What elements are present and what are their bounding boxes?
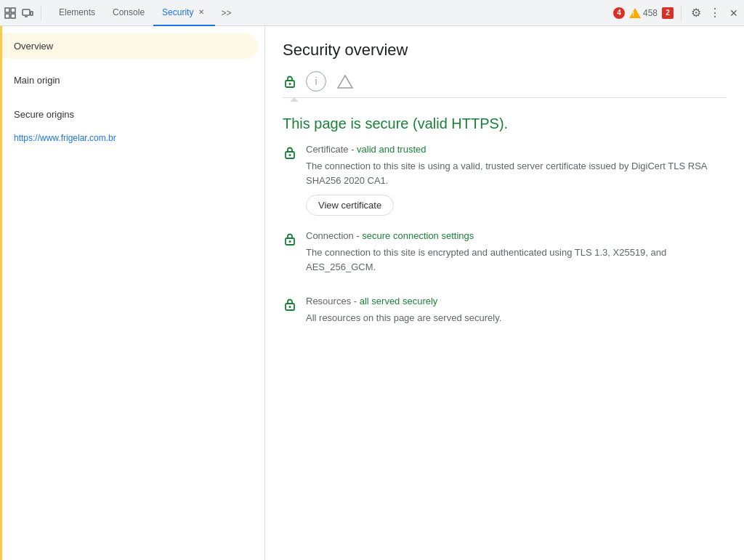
svg-point-14: [289, 306, 291, 308]
security-item-connection: Connection - secure connection settings …: [283, 230, 727, 281]
svg-point-10: [289, 154, 291, 156]
tab-console[interactable]: Console: [104, 0, 153, 26]
svg-rect-5: [31, 12, 33, 15]
responsive-icon[interactable]: [20, 6, 35, 20]
more-options-icon[interactable]: ⋮: [708, 6, 722, 20]
close-devtools-icon[interactable]: ✕: [727, 6, 741, 20]
secure-heading: This page is secure (valid HTTPS).: [283, 115, 727, 132]
error-badge[interactable]: 4: [613, 7, 625, 19]
info-filter-icon[interactable]: i: [306, 71, 326, 92]
sidebar-gap-1: [2, 60, 264, 66]
certificate-lock-icon: [283, 145, 297, 160]
filter-icon-row: i: [283, 71, 727, 98]
error-count-badge: 4: [613, 7, 625, 19]
warning-filter-icon[interactable]: [335, 71, 355, 92]
warning-count: 458: [643, 8, 658, 18]
more-tabs-button[interactable]: >>: [215, 4, 237, 23]
devtools-left-icons: [3, 6, 44, 20]
svg-point-12: [289, 240, 291, 243]
tab-elements[interactable]: Elements: [50, 0, 104, 26]
sidebar-item-secure-origins[interactable]: Secure origins: [2, 102, 259, 127]
svg-point-8: [289, 83, 291, 85]
resources-lock-icon: [283, 297, 297, 312]
security-item-certificate: Certificate - valid and trusted The conn…: [283, 144, 727, 216]
tab-divider: [41, 6, 41, 20]
connection-description: The connection to this site is encrypted…: [306, 245, 727, 274]
info-count-badge: 2: [662, 7, 674, 19]
resources-title: Resources - all served securely: [306, 296, 727, 307]
svg-rect-2: [11, 8, 15, 12]
resources-body: Resources - all served securely All reso…: [306, 296, 727, 333]
certificate-title: Certificate - valid and trusted: [306, 144, 727, 155]
connection-body: Connection - secure connection settings …: [306, 230, 727, 281]
lock-filter-icon[interactable]: [283, 73, 297, 91]
settings-icon[interactable]: ⚙: [689, 6, 703, 20]
sidebar-item-frigelar[interactable]: https://www.frigelar.com.br: [2, 129, 259, 147]
content-area: Security overview i Thi: [265, 26, 744, 560]
tab-security-close[interactable]: ✕: [196, 7, 206, 17]
certificate-body: Certificate - valid and trusted The conn…: [306, 144, 727, 216]
main-panel: Overview Main origin Secure origins http…: [0, 26, 744, 560]
sidebar-gap-2: [2, 94, 264, 100]
resources-description: All resources on this page are served se…: [306, 311, 727, 325]
warning-badge[interactable]: 458: [629, 8, 658, 18]
info-badge[interactable]: 2: [662, 7, 674, 19]
right-divider: [681, 6, 682, 20]
devtools-tabbar: Elements Console Security ✕ >> 4 458 2 ⚙…: [0, 0, 744, 26]
tab-security[interactable]: Security ✕: [153, 0, 215, 26]
devtools-right-icons: 4 458 2 ⚙ ⋮ ✕: [613, 6, 741, 20]
svg-rect-3: [11, 14, 15, 18]
svg-rect-1: [5, 14, 9, 18]
certificate-description: The connection to this site is using a v…: [306, 159, 727, 187]
sidebar-item-overview[interactable]: Overview: [2, 33, 259, 59]
sidebar: Overview Main origin Secure origins http…: [0, 26, 265, 560]
connection-title: Connection - secure connection settings: [306, 230, 727, 241]
page-title: Security overview: [283, 41, 727, 60]
sidebar-item-main-origin[interactable]: Main origin: [2, 68, 259, 93]
view-certificate-button[interactable]: View certificate: [306, 195, 394, 216]
warning-triangle-icon: [629, 8, 641, 18]
svg-rect-4: [23, 9, 30, 15]
svg-rect-0: [5, 8, 9, 12]
security-item-resources: Resources - all served securely All reso…: [283, 296, 727, 333]
connection-lock-icon: [283, 232, 297, 246]
inspect-icon[interactable]: [3, 6, 17, 20]
